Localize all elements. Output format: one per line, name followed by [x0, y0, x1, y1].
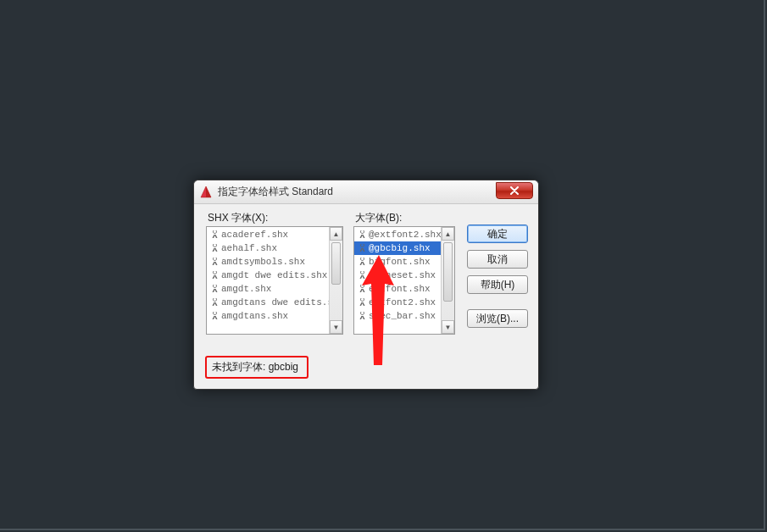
- font-name: aehalf.shx: [221, 243, 277, 253]
- help-button[interactable]: 帮助(H): [467, 275, 528, 294]
- scrollbar[interactable]: ▲ ▼: [441, 227, 454, 334]
- font-file-icon: [357, 270, 367, 280]
- font-dialog: 指定字体给样式 Standard SHX 字体(X): 大字体(B): acad…: [193, 180, 539, 390]
- font-file-icon: [357, 311, 367, 321]
- big-font-listbox[interactable]: @extfont2.shx@gbcbig.shxbigfont.shxchine…: [353, 226, 455, 335]
- font-file-icon: [209, 297, 220, 308]
- font-file-icon: [209, 230, 220, 240]
- font-name: amgdt dwe edits.shx: [221, 270, 327, 280]
- close-button[interactable]: [496, 182, 533, 199]
- list-item[interactable]: extfont.shx: [354, 282, 454, 296]
- font-file-icon: [357, 230, 367, 240]
- list-item[interactable]: aehalf.shx: [207, 241, 342, 255]
- list-item[interactable]: amgdt.shx: [207, 282, 342, 296]
- list-item[interactable]: chineset.shx: [354, 269, 454, 282]
- button-column: 确定 取消 帮助(H) 浏览(B)...: [467, 224, 528, 335]
- font-name: amgdtans.shx: [221, 311, 288, 321]
- font-file-icon: [209, 270, 220, 280]
- font-name: bigfont.shx: [369, 257, 431, 267]
- font-file-icon: [209, 257, 220, 267]
- shx-font-label: SHX 字体(X):: [208, 211, 268, 225]
- list-item[interactable]: @extfont2.shx: [354, 228, 454, 241]
- scroll-thumb[interactable]: [443, 242, 453, 302]
- font-name: @extfont2.shx: [369, 230, 442, 240]
- font-name: @gbcbig.shx: [369, 243, 431, 253]
- scroll-up-button[interactable]: ▲: [330, 227, 342, 241]
- list-item[interactable]: @gbcbig.shx: [354, 241, 454, 255]
- titlebar[interactable]: 指定字体给样式 Standard: [194, 180, 538, 204]
- scroll-up-button[interactable]: ▲: [442, 227, 454, 241]
- list-item[interactable]: acaderef.shx: [207, 228, 342, 241]
- font-name: amgdtans dwe edits.shx: [221, 297, 342, 308]
- font-name: chineset.shx: [369, 270, 436, 280]
- list-item[interactable]: extfont2.shx: [354, 296, 454, 309]
- list-item[interactable]: amdtsymbols.shx: [207, 255, 342, 269]
- scrollbar[interactable]: ▲ ▼: [329, 227, 342, 334]
- font-file-icon: [209, 284, 220, 294]
- missing-font-status: 未找到字体: gbcbig: [205, 356, 308, 379]
- font-file-icon: [357, 297, 367, 308]
- font-file-icon: [209, 243, 220, 253]
- font-file-icon: [209, 311, 220, 321]
- browse-button[interactable]: 浏览(B)...: [467, 309, 528, 328]
- font-file-icon: [357, 243, 367, 253]
- big-font-label: 大字体(B):: [355, 211, 402, 225]
- list-item[interactable]: bigfont.shx: [354, 255, 454, 269]
- ok-button[interactable]: 确定: [467, 224, 528, 243]
- list-item[interactable]: amgdtans.shx: [207, 309, 342, 323]
- dialog-title: 指定字体给样式 Standard: [218, 185, 333, 199]
- font-name: extfont2.shx: [369, 297, 436, 308]
- scroll-thumb[interactable]: [331, 242, 341, 285]
- list-item[interactable]: amgdt dwe edits.shx: [207, 269, 342, 282]
- font-name: amdtsymbols.shx: [221, 257, 305, 267]
- font-name: acaderef.shx: [221, 230, 288, 240]
- list-item[interactable]: amgdtans dwe edits.shx: [207, 296, 342, 309]
- font-file-icon: [357, 284, 367, 294]
- cancel-button[interactable]: 取消: [467, 250, 528, 269]
- font-name: spec_bar.shx: [369, 311, 436, 321]
- scroll-down-button[interactable]: ▼: [442, 320, 454, 334]
- list-item[interactable]: spec_bar.shx: [354, 309, 454, 323]
- scroll-down-button[interactable]: ▼: [330, 320, 342, 334]
- font-name: extfont.shx: [369, 284, 431, 294]
- font-file-icon: [357, 257, 367, 267]
- shx-font-listbox[interactable]: acaderef.shxaehalf.shxamdtsymbols.shxamg…: [206, 226, 343, 335]
- font-name: amgdt.shx: [221, 284, 271, 294]
- dialog-content: SHX 字体(X): 大字体(B): acaderef.shxaehalf.sh…: [194, 204, 538, 389]
- app-icon: [199, 186, 213, 199]
